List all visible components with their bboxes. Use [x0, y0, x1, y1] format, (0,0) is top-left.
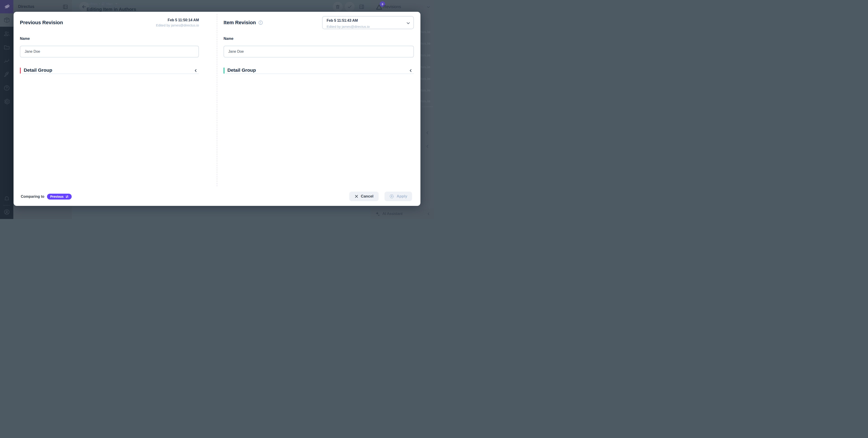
module-bar — [0, 0, 13, 219]
close-icon — [354, 194, 359, 198]
chevron-left-icon[interactable] — [425, 130, 430, 135]
chevron-down-icon[interactable] — [426, 4, 431, 9]
page-title: Editing Item in Authors — [87, 7, 136, 12]
directus-logo[interactable] — [0, 0, 13, 13]
rabbit-icon — [3, 3, 11, 11]
chevron-left-icon[interactable] — [408, 68, 413, 73]
help-icon — [3, 85, 10, 91]
module-insights[interactable] — [0, 54, 13, 67]
breadcrumb-separator: • — [99, 2, 100, 6]
name-input-previous[interactable] — [20, 46, 199, 57]
module-user-directory[interactable] — [0, 27, 13, 40]
project-name: Directus — [18, 4, 34, 9]
group-accent-bar — [223, 68, 224, 74]
swap-arrows-icon — [65, 195, 69, 199]
item-revision-title: Item Revision — [223, 20, 256, 26]
module-content[interactable] — [0, 13, 13, 27]
cancel-button[interactable]: Cancel — [349, 192, 379, 201]
name-field-label: Name — [20, 37, 30, 41]
gear-icon — [3, 98, 10, 105]
caret-down-icon — [115, 3, 118, 4]
chevron-down-icon — [406, 21, 411, 26]
avatar-icon — [3, 209, 10, 215]
ai-assistant-label: AI Assistant — [382, 211, 403, 216]
previous-revision-pane: Previous Revision Feb 5 11:50:14 AM Edit… — [20, 12, 199, 34]
revision-compare-modal: Previous Revision Feb 5 11:50:14 AM Edit… — [13, 12, 421, 206]
users-icon — [3, 30, 10, 37]
collapse-nav-button[interactable] — [62, 4, 68, 10]
name-field-label: Name — [223, 37, 234, 41]
save-item-button[interactable] — [345, 2, 355, 12]
user-menu-button[interactable] — [0, 205, 13, 218]
revision-row-truncated[interactable]: tus.io — [421, 65, 434, 69]
group-accent-bar — [20, 68, 21, 74]
version-icon — [101, 2, 105, 6]
revision-row-truncated[interactable]: tus.io — [421, 41, 434, 45]
arrow-left-icon — [81, 4, 87, 9]
revision-select-dropdown[interactable]: Feb 5 11:51:43 AM Edited by james@direct… — [322, 16, 414, 29]
previous-revision-edited-by: Edited by james@directus.io — [156, 23, 199, 27]
box-icon — [3, 17, 10, 24]
item-revision-pane: Item Revision Feb 5 11:51:43 AM Edited b… — [223, 12, 414, 34]
revision-row-truncated[interactable]: tus.io — [421, 99, 434, 103]
group-border — [226, 74, 414, 74]
toggle-sidebar-button[interactable] — [357, 2, 367, 12]
revisions-title: Revisions — [383, 4, 401, 9]
info-icon — [258, 20, 263, 25]
apply-label: Apply — [397, 194, 407, 199]
item-revision-edited-by: Edited by james@directus.io — [327, 25, 370, 29]
revision-row-truncated[interactable]: tus.io — [421, 88, 434, 92]
app-window: Directus Authors • — [0, 0, 434, 219]
module-docs[interactable] — [0, 81, 13, 94]
check-icon — [347, 4, 352, 9]
bell-icon — [4, 195, 10, 202]
modal-footer: Comparing to Previous Cancel — [13, 190, 421, 206]
detail-group-label: Detail Group — [227, 67, 256, 73]
folder-icon — [3, 44, 10, 51]
ai-assistant-bar[interactable]: AI Assistant — [371, 209, 434, 219]
chevron-left-icon[interactable] — [425, 144, 430, 149]
group-border — [22, 74, 199, 74]
insights-icon — [3, 57, 10, 64]
pane-divider — [217, 14, 217, 186]
module-settings[interactable] — [0, 95, 13, 108]
chevron-left-icon[interactable] — [193, 68, 198, 73]
rocket-icon — [3, 71, 10, 78]
delete-item-button[interactable] — [333, 2, 343, 12]
revision-row-truncated[interactable]: tus.io — [421, 30, 434, 34]
comparing-to-label: Comparing to — [21, 195, 44, 199]
revision-row-truncated[interactable]: tus.io — [421, 53, 434, 57]
detail-group-label: Detail Group — [24, 67, 52, 73]
item-revision-timestamp: Feb 5 11:51:43 AM — [327, 19, 358, 23]
sidebar-right-icon — [359, 4, 365, 10]
detail-group-header-current[interactable]: Detail Group — [223, 68, 414, 74]
revisions-header[interactable]: 8 Revisions — [371, 0, 434, 13]
breadcrumb[interactable]: Authors • Main — [87, 2, 136, 6]
cancel-label: Cancel — [361, 194, 373, 199]
breadcrumb-version[interactable]: Main — [106, 2, 113, 6]
module-files[interactable] — [0, 40, 13, 54]
apply-commit-icon — [389, 194, 394, 199]
name-input-current[interactable] — [223, 46, 414, 57]
breadcrumb-collection[interactable]: Authors — [87, 2, 97, 6]
module-cloud[interactable] — [0, 68, 13, 81]
revisions-delta-icon: 8 — [375, 3, 383, 11]
compare-target-button[interactable]: Previous — [47, 194, 72, 200]
previous-revision-title: Previous Revision — [20, 20, 63, 26]
previous-revision-timestamp: Feb 5 11:50:14 AM — [156, 18, 199, 22]
revision-row-truncated[interactable]: tus.io — [421, 77, 434, 81]
compare-target-label: Previous — [50, 195, 64, 198]
notifications-button[interactable] — [0, 192, 13, 205]
drawer-divider — [422, 107, 433, 107]
chevron-left-icon[interactable] — [426, 211, 431, 216]
trash-icon — [335, 4, 340, 9]
apply-button[interactable]: Apply — [384, 192, 412, 201]
detail-group-header-previous[interactable]: Detail Group — [20, 68, 199, 74]
sparkles-icon — [375, 211, 381, 217]
